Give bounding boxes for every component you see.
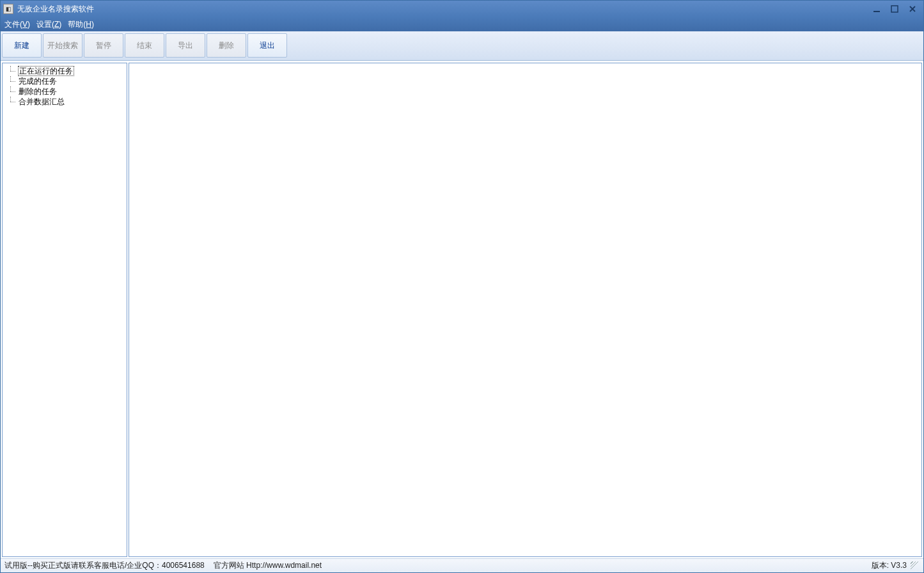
pause-button[interactable]: 暂停: [84, 33, 123, 58]
svg-rect-0: [873, 11, 880, 12]
delete-button[interactable]: 删除: [207, 33, 246, 58]
tree-item-label: 完成的任务: [18, 77, 58, 86]
tree-item-label: 合并数据汇总: [18, 97, 65, 106]
tree-item-label: 正在运行的任务: [18, 66, 74, 76]
start-search-button[interactable]: 开始搜索: [43, 33, 82, 58]
tree-item-completed-tasks[interactable]: 完成的任务: [5, 76, 124, 86]
svg-rect-1: [891, 6, 898, 12]
menu-file[interactable]: 文件(V): [4, 19, 30, 30]
close-button[interactable]: [904, 3, 921, 15]
menu-bar: 文件(V) 设置(Z) 帮助(H): [1, 17, 923, 31]
window-title: 无敌企业名录搜索软件: [17, 4, 868, 15]
app-window: ◧ 无敌企业名录搜索软件 文件(V) 设置(Z) 帮助(H) 新建 开始搜索 暂…: [0, 0, 924, 573]
status-version-text: 版本: V3.3: [872, 560, 907, 571]
menu-settings[interactable]: 设置(Z): [36, 19, 61, 30]
minimize-button[interactable]: [868, 3, 885, 15]
main-area: 正在运行的任务 完成的任务 删除的任务 合并数据汇总: [1, 61, 923, 558]
task-tree-panel: 正在运行的任务 完成的任务 删除的任务 合并数据汇总: [2, 63, 127, 557]
tree-item-deleted-tasks[interactable]: 删除的任务: [5, 86, 124, 97]
status-bar: 试用版--购买正式版请联系客服电话/企业QQ：4006541688 官方网站 H…: [1, 558, 923, 572]
content-panel: [129, 63, 922, 557]
maximize-button[interactable]: [886, 3, 903, 15]
tree-item-running-tasks[interactable]: 正在运行的任务: [5, 66, 124, 76]
tree-item-merged-data[interactable]: 合并数据汇总: [5, 97, 124, 107]
task-tree: 正在运行的任务 完成的任务 删除的任务 合并数据汇总: [5, 66, 124, 107]
title-bar: ◧ 无敌企业名录搜索软件: [1, 1, 923, 17]
resize-grip-icon[interactable]: [911, 561, 920, 570]
window-controls: [868, 3, 921, 15]
menu-help[interactable]: 帮助(H): [68, 19, 94, 30]
tree-item-label: 删除的任务: [18, 87, 58, 96]
end-button[interactable]: 结束: [125, 33, 164, 58]
new-button[interactable]: 新建: [2, 33, 42, 58]
toolbar: 新建 开始搜索 暂停 结束 导出 删除 退出: [1, 31, 923, 61]
status-website-text: 官方网站 Http://www.wdmail.net: [214, 560, 322, 571]
export-button[interactable]: 导出: [166, 33, 205, 58]
status-trial-text: 试用版--购买正式版请联系客服电话/企业QQ：4006541688: [4, 560, 205, 571]
app-icon: ◧: [3, 4, 13, 14]
exit-button[interactable]: 退出: [247, 33, 287, 58]
